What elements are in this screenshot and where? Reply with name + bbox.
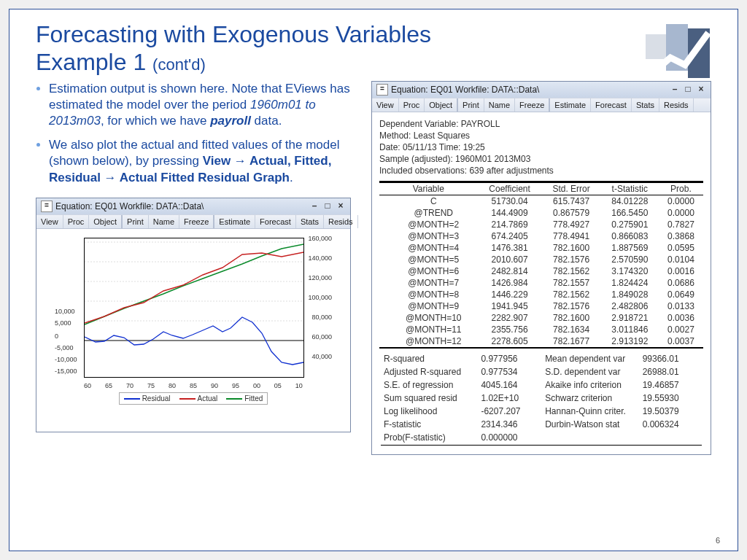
eviews-output-window: = Equation: EQ01 Workfile: DATA::Data\ –…: [371, 81, 711, 456]
toolbar-freeze[interactable]: Freeze: [515, 98, 550, 112]
toolbar-print[interactable]: Print: [458, 98, 484, 112]
toolbar-stats[interactable]: Stats: [632, 98, 659, 112]
table-row: @MONTH=102282.907782.16002.9187210.0036: [379, 312, 703, 324]
page-number: 6: [716, 536, 720, 545]
regression-table: Variable Coefficient Std. Error t-Statis…: [379, 181, 703, 349]
title-line1: Forecasting with Exogenous Variables: [36, 21, 431, 47]
toolbar-forecast[interactable]: Forecast: [255, 215, 296, 228]
table-row: @MONTH=81446.229782.15621.8490280.0649: [379, 289, 703, 300]
slide-title: Forecasting with Exogenous Variables Exa…: [36, 21, 711, 77]
bullet-list: Estimation output is shown here. Note th…: [36, 81, 357, 187]
x-axis: 6065707580859095000510: [84, 382, 303, 389]
graph-toolbar: ViewProcObjectPrintNameFreezeEstimateFor…: [36, 214, 350, 229]
title-line2: Example 1: [36, 49, 146, 75]
toolbar-estimate[interactable]: Estimate: [214, 215, 255, 228]
table-row: @MONTH=71426.984782.15571.8244240.0686: [379, 277, 703, 289]
legend-actual: Actual: [179, 394, 218, 402]
graph-body: 10,000 5,000 0 -5,000 -10,000 -15,000 16…: [36, 229, 350, 432]
table-row: @MONTH=62482.814782.15623.1743200.0016: [379, 265, 703, 277]
toolbar-estimate[interactable]: Estimate: [550, 98, 591, 112]
graph-titlebar: = Equation: EQ01 Workfile: DATA::Data\ –…: [36, 198, 350, 214]
legend-fitted: Fitted: [226, 394, 263, 402]
toolbar-name[interactable]: Name: [484, 98, 515, 112]
stats-row: Prob(F-statistic)0.000000: [381, 432, 702, 443]
bullet-2: We also plot the actual and fitted value…: [49, 137, 357, 186]
toolbar-proc[interactable]: Proc: [399, 98, 425, 112]
stats-row: Sum squared resid1.02E+10Schwarz criteri…: [381, 392, 702, 404]
table-row: C51730.04615.743784.012280.0000: [379, 195, 703, 207]
toolbar-name[interactable]: Name: [149, 215, 179, 228]
close-button[interactable]: ×: [696, 85, 706, 94]
title-contd: (cont'd): [152, 55, 206, 74]
toolbar-proc[interactable]: Proc: [63, 215, 90, 228]
svg-rect-0: [646, 34, 666, 59]
equation-icon: =: [376, 84, 388, 96]
toolbar-view[interactable]: View: [36, 215, 63, 228]
output-titlebar-text: Equation: EQ01 Workfile: DATA::Data\: [391, 85, 539, 95]
stats-row: F-statistic2314.346Durbin-Watson stat0.0…: [381, 419, 702, 430]
stats-row: Adjusted R-squared0.977534S.D. dependent…: [381, 366, 702, 378]
left-column: Estimation output is shown here. Note th…: [36, 81, 357, 456]
regression-meta: Dependent Variable: PAYROLL Method: Leas…: [379, 118, 703, 177]
eviews-graph-window: = Equation: EQ01 Workfile: DATA::Data\ –…: [36, 198, 351, 432]
graph-titlebar-text: Equation: EQ01 Workfile: DATA::Data\: [55, 201, 204, 211]
table-row: @MONTH=122278.605782.16772.9131920.0037: [379, 335, 703, 347]
stats-table: R-squared0.977956Mean dependent var99366…: [379, 351, 703, 447]
table-row: @MONTH=3674.2405778.49410.8660830.3868: [379, 230, 703, 242]
maximize-button[interactable]: □: [683, 85, 693, 94]
table-row: @MONTH=112355.756782.16343.0118460.0027: [379, 324, 703, 335]
output-body: Dependent Variable: PAYROLL Method: Leas…: [372, 112, 711, 455]
toolbar-resids[interactable]: Resids: [659, 98, 694, 112]
table-row: @MONTH=91941.945782.15762.4828060.0133: [379, 300, 703, 312]
right-column: = Equation: EQ01 Workfile: DATA::Data\ –…: [371, 81, 711, 456]
stats-row: Log likelihood-6207.207Hannan-Quinn crit…: [381, 405, 702, 417]
logo: [646, 24, 711, 85]
toolbar-view[interactable]: View: [372, 98, 399, 112]
legend-residual: Residual: [124, 394, 171, 402]
table-row: @MONTH=52010.607782.15762.5705900.0104: [379, 254, 703, 265]
bullet-1: Estimation output is shown here. Note th…: [49, 81, 357, 130]
toolbar-freeze[interactable]: Freeze: [179, 215, 214, 228]
toolbar-object[interactable]: Object: [89, 215, 123, 228]
equation-icon: =: [41, 201, 53, 212]
table-row: @MONTH=2214.7869778.49270.2759010.7827: [379, 219, 703, 230]
maximize-button[interactable]: □: [322, 202, 333, 211]
close-button[interactable]: ×: [336, 202, 346, 211]
slide: Forecasting with Exogenous Variables Exa…: [9, 9, 738, 551]
toolbar-forecast[interactable]: Forecast: [591, 98, 632, 112]
table-row: @MONTH=41476.381782.16001.8875690.0595: [379, 242, 703, 254]
minimize-button[interactable]: –: [309, 202, 320, 211]
toolbar-resids[interactable]: Resids: [324, 215, 358, 228]
output-toolbar: ViewProcObjectPrintNameFreezeEstimateFor…: [372, 98, 711, 112]
chart: 10,000 5,000 0 -5,000 -10,000 -15,000 16…: [55, 235, 332, 381]
plot-area: [84, 238, 304, 378]
chart-legend: Residual Actual Fitted: [119, 392, 268, 405]
table-row: @TREND144.49090.867579166.54500.0000: [379, 207, 703, 219]
toolbar-print[interactable]: Print: [123, 215, 149, 228]
toolbar-stats[interactable]: Stats: [296, 215, 324, 228]
stats-row: R-squared0.977956Mean dependent var99366…: [381, 353, 702, 365]
stats-row: S.E. of regression4045.164Akaike info cr…: [381, 379, 702, 391]
minimize-button[interactable]: –: [670, 85, 680, 94]
toolbar-object[interactable]: Object: [425, 98, 458, 112]
